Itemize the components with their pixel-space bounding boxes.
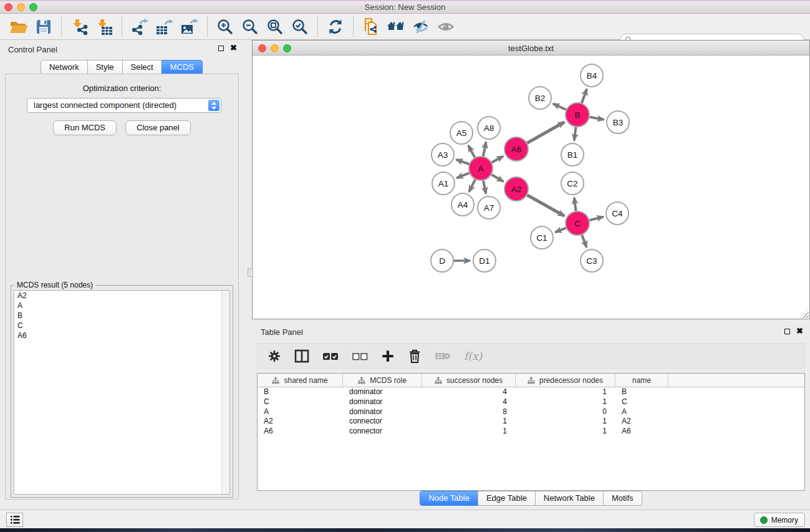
zoom-fit-button[interactable]	[263, 16, 287, 38]
table-cell[interactable]: A2	[258, 417, 343, 427]
node-D1[interactable]: D1	[473, 249, 496, 272]
table-cell[interactable]: 4	[422, 387, 516, 397]
table-cell[interactable]: 4	[422, 397, 516, 407]
refresh-button[interactable]	[323, 16, 348, 38]
table-cell[interactable]: 1	[422, 417, 516, 427]
mcds-result-item[interactable]: A	[14, 301, 229, 311]
table-row[interactable]: Cdominator41C	[258, 397, 804, 407]
select-all-checkboxes-button[interactable]	[322, 351, 339, 361]
mcds-result-item[interactable]: A6	[14, 331, 229, 341]
tab-network[interactable]: Network	[41, 60, 88, 75]
table-cell[interactable]: C	[258, 397, 343, 407]
zoom-out-button[interactable]	[238, 16, 263, 38]
column-header-successor-nodes[interactable]: successor nodes	[422, 374, 516, 387]
edge-B-B1[interactable]	[574, 127, 576, 140]
table-row[interactable]: Adominator80A	[258, 407, 804, 417]
close-panel-icon[interactable]: ✖	[230, 45, 237, 51]
import-network-button[interactable]	[67, 16, 92, 38]
table-row[interactable]: A6connector11A6	[258, 427, 804, 437]
table-settings-button[interactable]	[268, 349, 281, 363]
show-graphics-details-button[interactable]	[433, 16, 458, 38]
deselect-all-checkboxes-button[interactable]	[352, 351, 368, 361]
node-C3[interactable]: C3	[581, 249, 603, 272]
node-A6[interactable]: A6	[504, 137, 528, 161]
zoom-selected-button[interactable]	[287, 16, 312, 38]
table-cell[interactable]: connector	[343, 427, 422, 437]
edge-B-B3[interactable]	[590, 117, 604, 120]
node-C[interactable]: C	[566, 211, 589, 235]
edge-B-B2[interactable]	[553, 104, 566, 109]
network-graph[interactable]: AA1A2A3A4A5A6A7A8BB1B2B3B4CC1C2C3C4DD1	[253, 56, 809, 319]
zoom-in-button[interactable]	[213, 16, 238, 38]
save-session-button[interactable]	[31, 16, 56, 38]
column-header-predecessor-nodes[interactable]: predecessor nodes	[516, 374, 615, 387]
node-A3[interactable]: A3	[432, 143, 454, 166]
edge-A-A6[interactable]	[492, 156, 503, 162]
table-cell[interactable]: 1	[516, 397, 615, 407]
close-table-panel-icon[interactable]: ✖	[796, 328, 803, 334]
export-network-button[interactable]	[127, 16, 152, 38]
node-C1[interactable]: C1	[531, 226, 553, 249]
tab-motifs[interactable]: Motifs	[603, 491, 642, 506]
edge-A6-B[interactable]	[527, 122, 564, 143]
node-A4[interactable]: A4	[451, 193, 474, 216]
table-cell[interactable]: dominator	[343, 397, 422, 407]
hide-graphics-details-button[interactable]	[408, 16, 433, 38]
node-B1[interactable]: B1	[561, 143, 584, 166]
node-A2[interactable]: A2	[504, 177, 528, 201]
edge-A-A5[interactable]	[468, 145, 475, 157]
table-cell[interactable]: 1	[516, 387, 615, 397]
float-table-panel-icon[interactable]	[784, 329, 790, 334]
table-cell[interactable]: dominator	[343, 407, 422, 417]
mcds-result-item[interactable]: C	[14, 321, 229, 331]
column-header-shared-name[interactable]: shared name	[258, 374, 343, 387]
edge-A-A8[interactable]	[483, 142, 486, 157]
edge-B-B4[interactable]	[582, 89, 587, 104]
function-builder-button[interactable]: f(x)	[464, 350, 482, 362]
table-cell[interactable]: A6	[258, 427, 343, 437]
node-C4[interactable]: C4	[606, 202, 629, 225]
tab-edge-table[interactable]: Edge Table	[478, 491, 536, 506]
column-header-mcds-role[interactable]: MCDS role	[343, 374, 422, 387]
memory-button[interactable]: Memory	[754, 513, 805, 527]
table-cell[interactable]: C	[615, 397, 668, 407]
float-panel-icon[interactable]	[218, 46, 224, 51]
edge-A-A1[interactable]	[456, 173, 469, 178]
open-session-button[interactable]	[6, 16, 31, 38]
tab-mcds[interactable]: MCDS	[162, 60, 203, 75]
node-B2[interactable]: B2	[529, 87, 551, 109]
edge-C-C4[interactable]	[589, 217, 603, 221]
node-C2[interactable]: C2	[561, 172, 584, 195]
node-A5[interactable]: A5	[450, 122, 473, 144]
network-window-titlebar[interactable]: testGlobe.txt	[253, 41, 809, 56]
edge-C-C3[interactable]	[582, 235, 587, 248]
node-D[interactable]: D	[431, 249, 453, 272]
node-A7[interactable]: A7	[478, 196, 500, 219]
node-A[interactable]: A	[469, 157, 493, 180]
table-row[interactable]: A2connector11A2	[258, 417, 804, 427]
edge-A-A3[interactable]	[456, 160, 470, 164]
table-cell[interactable]: 8	[422, 407, 516, 417]
tab-select[interactable]: Select	[122, 60, 162, 75]
export-table-button[interactable]	[152, 16, 177, 38]
node-B[interactable]: B	[566, 103, 589, 127]
edge-C-C2[interactable]	[574, 198, 576, 211]
table-cell[interactable]: 1	[422, 427, 516, 437]
table-cell[interactable]: A	[258, 407, 343, 417]
mcds-result-item[interactable]: B	[14, 311, 229, 321]
edge-A-A7[interactable]	[483, 181, 486, 194]
table-cell[interactable]: 1	[516, 427, 615, 437]
table-cell[interactable]: A2	[615, 417, 668, 427]
home-button[interactable]	[383, 16, 408, 38]
table-cell[interactable]: A	[615, 407, 668, 417]
export-image-button[interactable]	[177, 16, 202, 38]
task-history-button[interactable]	[6, 513, 23, 527]
table-cell[interactable]: A6	[615, 427, 668, 437]
close-panel-button[interactable]: Close panel	[125, 120, 191, 135]
tab-node-table[interactable]: Node Table	[420, 491, 478, 506]
table-cell[interactable]: B	[258, 387, 343, 397]
table-cell[interactable]: connector	[343, 417, 422, 427]
vertical-splitter-handle[interactable]	[248, 268, 253, 277]
show-column-button[interactable]	[294, 349, 309, 363]
delete-row-button[interactable]	[408, 349, 422, 364]
